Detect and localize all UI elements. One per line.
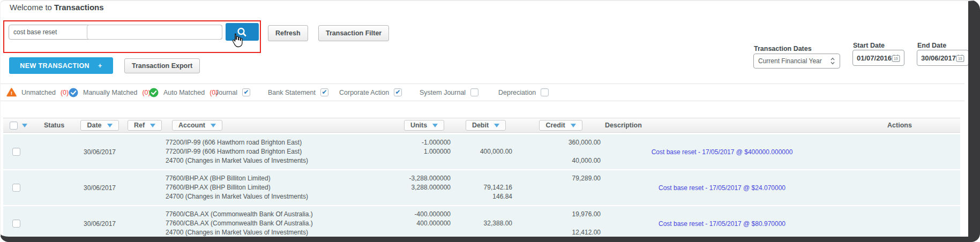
filter-journal: Journal — [215, 84, 250, 101]
column-header-date[interactable]: Date — [80, 120, 118, 131]
row-credit: 19,976.00 12,412.00 — [517, 210, 605, 237]
table-header: Status Date Ref Account — [3, 118, 960, 133]
page-title: Welcome to Transactions — [10, 3, 104, 12]
row-checkbox[interactable] — [12, 148, 20, 156]
account-line: 24700 (Changes in Market Values of Inves… — [166, 156, 393, 165]
transaction-filter-button[interactable]: Transaction Filter — [318, 25, 389, 41]
account-line: 77600/BHP.AX (BHP Billiton Limited) — [166, 174, 393, 183]
plus-icon: + — [98, 62, 102, 70]
transaction-description-link[interactable]: Cost base reset - 17/05/2017 @ $24.07000… — [659, 184, 786, 192]
column-header-ref[interactable]: Ref — [128, 120, 162, 131]
select-all-dropdown-icon[interactable] — [22, 124, 27, 127]
debit-value: 32,388.00 — [455, 219, 517, 228]
filter-auto-matched[interactable]: Auto Matched (0) — [149, 84, 218, 101]
bank-statement-checkbox[interactable] — [320, 88, 328, 96]
bank-statement-label: Bank Statement — [268, 89, 316, 96]
row-date: 30/06/2017 — [76, 138, 124, 165]
calendar-icon[interactable]: 15 — [956, 54, 964, 62]
column-label: Date — [87, 122, 101, 129]
transaction-description-link[interactable]: Cost base reset - 17/05/2017 @ $80.97000… — [659, 220, 786, 228]
row-units: -1.000000 1.000000 — [393, 138, 455, 165]
select-all-checkbox[interactable] — [10, 122, 18, 130]
transaction-dates-value: Current Financial Year — [758, 57, 822, 65]
units-value: 400.000000 — [393, 219, 455, 228]
column-label: Account — [178, 122, 205, 129]
sort-icon — [211, 124, 216, 127]
transactions-page: Welcome to Transactions Refresh Transact… — [0, 0, 980, 242]
row-status — [33, 138, 76, 165]
units-value: 1.000000 — [393, 147, 455, 156]
table-row: 30/06/2017 77200/IP-99 (606 Hawthorn roa… — [3, 134, 960, 169]
column-header-status: Status — [33, 122, 76, 129]
svg-text:!: ! — [11, 90, 12, 96]
corporate-action-label: Corporate Action — [339, 89, 389, 96]
column-header-debit[interactable]: Debit — [466, 120, 506, 131]
warning-triangle-icon: ! — [6, 88, 17, 97]
sort-icon — [494, 124, 499, 127]
account-line: 77600/CBA.AX (Commonwealth Bank Of Austr… — [166, 219, 393, 228]
check-circle-blue-icon — [69, 88, 78, 97]
svg-text:15: 15 — [894, 57, 898, 61]
corporate-action-checkbox[interactable] — [394, 88, 402, 96]
depreciation-checkbox[interactable] — [541, 88, 549, 96]
column-header-credit[interactable]: Credit — [539, 120, 582, 131]
row-checkbox[interactable] — [12, 220, 20, 228]
start-date-label: Start Date — [853, 42, 885, 49]
end-date-input[interactable]: 30/06/2017 15 — [917, 50, 969, 66]
filter-manually-matched[interactable]: Manually Matched (0) — [69, 84, 151, 101]
account-line: 77200/IP-99 (606 Hawthorn road Brighton … — [166, 147, 393, 156]
refresh-button[interactable]: Refresh — [268, 25, 308, 41]
row-checkbox[interactable] — [12, 184, 20, 192]
column-header-account[interactable]: Account — [172, 120, 222, 131]
start-date-input[interactable]: 01/07/2016 15 — [852, 50, 904, 66]
units-value: 3,288.000000 — [393, 183, 455, 192]
row-status — [33, 210, 76, 237]
row-debit: 32,388.00 — [455, 210, 517, 237]
end-date-value: 30/06/2017 — [921, 54, 956, 62]
row-debit: 400,000.00 — [455, 138, 517, 165]
journal-checkbox[interactable] — [242, 88, 250, 96]
column-label: Credit — [545, 122, 565, 129]
debit-value — [455, 138, 517, 147]
unmatched-label: Unmatched — [21, 89, 56, 96]
search-input[interactable] — [9, 25, 222, 40]
credit-value — [517, 183, 605, 192]
credit-value: 360,000.00 — [517, 138, 605, 147]
units-value: -3,288.000000 — [393, 174, 455, 183]
filter-unmatched[interactable]: ! Unmatched (0) — [6, 84, 69, 101]
debit-value — [455, 228, 517, 237]
start-date-value: 01/07/2016 — [857, 54, 892, 62]
welcome-prefix: Welcome to — [10, 3, 52, 12]
credit-value: 12,412.00 — [517, 228, 605, 237]
account-line: 77600/BHP.AX (BHP Billiton Limited) — [166, 183, 393, 192]
filter-system-journal: System Journal — [420, 84, 478, 101]
row-actions — [839, 210, 960, 237]
new-transaction-button[interactable]: NEW TRANSACTION + — [9, 57, 113, 74]
account-line: 77600/CBA.AX (Commonwealth Bank Of Austr… — [166, 210, 393, 219]
transaction-description-link[interactable]: Cost base reset - 17/05/2017 @ $400000.0… — [652, 148, 793, 156]
units-value — [393, 228, 455, 237]
debit-value — [455, 156, 517, 165]
depreciation-label: Depreciation — [498, 89, 536, 96]
units-value: -1.000000 — [393, 138, 455, 147]
transaction-dates-label: Transaction Dates — [754, 45, 812, 52]
row-credit: 79,289.00 — [517, 174, 605, 201]
table-row: 30/06/2017 77600/CBA.AX (Commonwealth Ba… — [3, 206, 960, 241]
transaction-export-button[interactable]: Transaction Export — [124, 58, 200, 73]
sort-icon — [150, 124, 155, 127]
filter-bank-statement: Bank Statement — [268, 84, 328, 101]
calendar-icon[interactable]: 15 — [892, 54, 900, 62]
credit-value — [517, 219, 605, 228]
manually-matched-label: Manually Matched — [83, 89, 137, 96]
column-header-description: Description — [605, 122, 839, 129]
row-debit: 79,142.16 146.84 — [455, 174, 517, 201]
credit-value — [517, 147, 605, 156]
row-actions — [839, 138, 960, 165]
transaction-dates-select[interactable]: Current Financial Year — [753, 54, 840, 69]
cursor-hand-icon — [230, 33, 243, 48]
credit-value: 19,976.00 — [517, 210, 605, 219]
column-header-units[interactable]: Units — [404, 120, 444, 131]
select-chevrons-icon — [830, 57, 835, 65]
system-journal-checkbox[interactable] — [470, 88, 478, 96]
filter-corporate-action: Corporate Action — [339, 84, 402, 101]
